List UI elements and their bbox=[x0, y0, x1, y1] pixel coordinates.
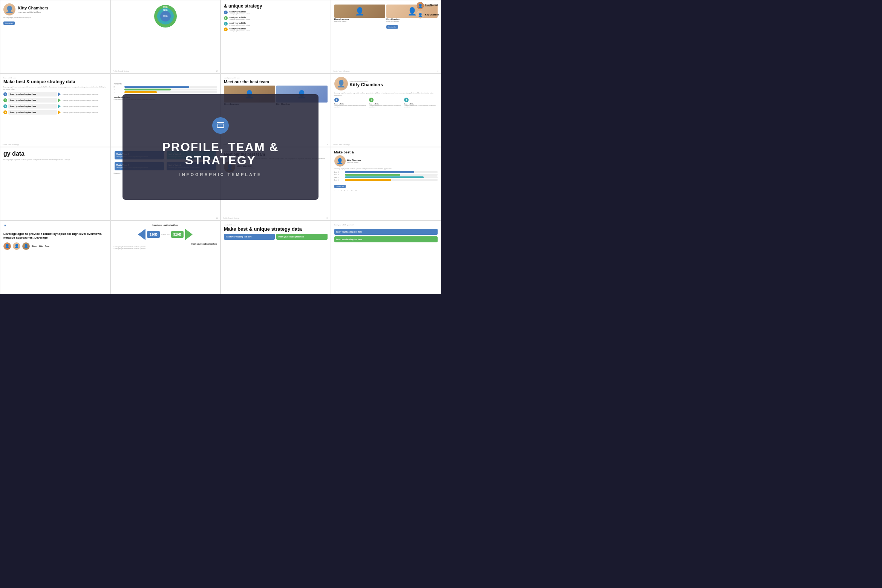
heading-partial: Make best & bbox=[334, 150, 438, 154]
num-1: 1 bbox=[3, 92, 7, 96]
axis-0: 0 bbox=[334, 190, 335, 191]
axis-2: 2 bbox=[337, 190, 338, 191]
bar-fill-1 bbox=[124, 86, 190, 88]
main-heading: & unique strategy bbox=[224, 3, 328, 9]
bar-chart: Data 4 Data 3 Data 2 Data 1 bbox=[334, 171, 438, 181]
template-overlay: PROFILE, TEAM &STRATEGY INFOGRAPHIC TEMP… bbox=[122, 94, 318, 200]
skill-text-1: Leverage agile provide a robust synopsis… bbox=[334, 105, 368, 108]
slide-card-profile-1: 👤 Kitty Chambers Insert your subtitle te… bbox=[0, 0, 110, 74]
concentric-diagram: $30B $20B $10B bbox=[154, 5, 177, 28]
value-20b: $20B bbox=[171, 231, 184, 238]
side-profile-case: 👤 Case Raphael Insert subtitle bbox=[416, 2, 439, 9]
page-num: 15 bbox=[326, 217, 328, 219]
person-subtitle: Insert your subtitle text here bbox=[18, 11, 48, 13]
axis-10: 10 bbox=[351, 190, 352, 191]
slide-tag: Insert your subtitle goes text h bbox=[334, 224, 438, 226]
slide-card-profile-detail: 👤 Insert your subtitle text here Kitty C… bbox=[331, 74, 441, 147]
avatar-ebony-bottom: 👤 bbox=[3, 242, 11, 250]
chart-label: Horizontal bbox=[114, 83, 217, 85]
list-item: 4 Insert your subtitle Leverage agile pr… bbox=[224, 28, 328, 32]
bar-track-3 bbox=[124, 91, 217, 93]
skill-text-2: Leverage agile provide a robust synopsis… bbox=[369, 105, 403, 108]
page-num: 19 bbox=[437, 70, 438, 72]
bar-1: 3 bbox=[114, 86, 217, 88]
bottom-text-right: Leverage agile frameworks to a robust sy… bbox=[114, 248, 217, 250]
bar-track-2 bbox=[124, 89, 217, 90]
profile-area: 👤 Kitty Chambers Insert the subtitle bbox=[334, 155, 438, 167]
strategy-item-3: 3 Insert your heading text here Leverage… bbox=[3, 104, 107, 109]
footer-label: Profile, Team & Strategy bbox=[3, 144, 19, 145]
num-badge-4: 4 bbox=[224, 28, 228, 31]
body-text: Leverage agile to provide a robust synop… bbox=[3, 159, 107, 161]
arrow-4 bbox=[58, 110, 61, 114]
slide-card-team-grid: 👤 Ebony Lawrence Insert your subtitle 👤 … bbox=[331, 0, 441, 74]
strategy-label-4: Insert your heading text here bbox=[8, 110, 57, 115]
skill-3: 3 Insert subtitle Leverage agile provide… bbox=[404, 98, 438, 108]
num-badge-3: 3 bbox=[224, 22, 228, 26]
strategy-label-2: Insert your heading text here bbox=[8, 98, 57, 103]
bar-label-1: Data 1 bbox=[334, 179, 344, 181]
bar-fill-4 bbox=[345, 171, 415, 173]
slide-card-strategy-boxes-right: Insert your subtitle goes text h Insert … bbox=[331, 220, 441, 294]
strategy-box-2: Insert your heading text here bbox=[276, 234, 327, 240]
bar-label-3: Data 3 bbox=[334, 174, 344, 176]
bar-row-1: Data 1 bbox=[334, 179, 438, 181]
arrow-2 bbox=[58, 98, 61, 102]
strategy-box-1: Insert your heading text here bbox=[224, 234, 275, 240]
person-icon: 👤 bbox=[355, 7, 364, 16]
subtitle-text-1: Subtitle Text bbox=[161, 234, 170, 236]
axis-4: 4 bbox=[341, 190, 341, 191]
boxes-column: Insert your heading text here Insert you… bbox=[334, 229, 438, 242]
list-item: 2 Insert your subtitle Leverage agile pr… bbox=[224, 16, 328, 20]
footer-label: Profile, Team & Strategy bbox=[334, 144, 350, 145]
body-text: Leverage agile provide a robust synopsis bbox=[3, 17, 107, 18]
strategy-desc-2: Leverage agile to a robust synopsis for … bbox=[62, 100, 107, 101]
skill-num-1: 1 bbox=[334, 98, 339, 102]
strategy-items: 1 Insert your subtitle Leverage agile pr… bbox=[224, 11, 328, 32]
person-icon: 👤 bbox=[5, 244, 9, 248]
slide-tag: Insert subtitle here bbox=[3, 77, 107, 79]
person-subtitle: Insert the subtitle bbox=[347, 161, 361, 163]
person-icon: 👤 bbox=[418, 4, 423, 8]
bar-label-1: 3 bbox=[114, 86, 123, 88]
contact-btn[interactable]: Contact Me bbox=[334, 185, 346, 188]
item-text: Leverage agile provide a robust bbox=[229, 30, 250, 32]
overlay-icon bbox=[212, 117, 229, 134]
main-heading: Make best & unique strategy data bbox=[224, 227, 328, 232]
body-text: Leverage agile provide a robust synopsis… bbox=[334, 168, 438, 170]
profile-name: Kitty Chambers bbox=[350, 82, 383, 87]
profile-ebony: 👤 Ebony Lawrence Insert your subtitle bbox=[334, 5, 386, 29]
person-name: Kitty Chambers bbox=[18, 6, 48, 11]
bar-label-4: Data 4 bbox=[334, 171, 344, 173]
bar-label-3: 1 bbox=[114, 91, 123, 93]
bar-label-2: 2 bbox=[114, 89, 123, 90]
page-num: 27 bbox=[216, 70, 218, 72]
arrow-3 bbox=[58, 104, 61, 108]
side-profiles: 👤 Case Raphael Insert subtitle 👤 Kitty C… bbox=[416, 2, 439, 18]
strategy-boxes: Insert your heading text here Insert you… bbox=[224, 234, 328, 240]
person-names-bottom: Ebony Kitty Case bbox=[32, 245, 49, 247]
contact-btn[interactable]: Contact Me bbox=[3, 21, 15, 25]
person-icon: 👤 bbox=[418, 13, 423, 17]
skill-num-3: 3 bbox=[404, 98, 409, 102]
strategy-desc-4: Leverage agile to a robust synopsis for … bbox=[62, 112, 107, 113]
slide-tag: Insert your subtitle here bbox=[224, 77, 328, 79]
avatar-case: 👤 bbox=[416, 2, 424, 9]
inner-ring: $10B bbox=[160, 11, 171, 21]
contact-btn-kitty[interactable]: Contact Me bbox=[386, 25, 398, 29]
skill-num-2: 2 bbox=[369, 98, 374, 102]
box-1: Insert your heading text here bbox=[334, 229, 438, 235]
list-item: 3 Insert your subtitle Leverage agile pr… bbox=[224, 22, 328, 26]
axis-6: 6 bbox=[344, 190, 345, 191]
overlay-subtitle: INFOGRAPHIC TEMPLATE bbox=[179, 172, 262, 177]
bar-row-3: Data 3 bbox=[334, 174, 438, 176]
person-icon: 👤 bbox=[337, 80, 345, 88]
bar-track-1 bbox=[124, 86, 217, 88]
strategy-item-1: 1 Insert your heading text here Leverage… bbox=[3, 92, 107, 96]
heading-partial: gy data bbox=[3, 150, 107, 157]
arrow-right-icon bbox=[185, 229, 193, 240]
bar-track-1 bbox=[345, 179, 438, 181]
num-badge-1: 1 bbox=[224, 11, 228, 14]
bar-track-3 bbox=[345, 174, 438, 176]
person-icon: 👤 bbox=[337, 158, 343, 164]
